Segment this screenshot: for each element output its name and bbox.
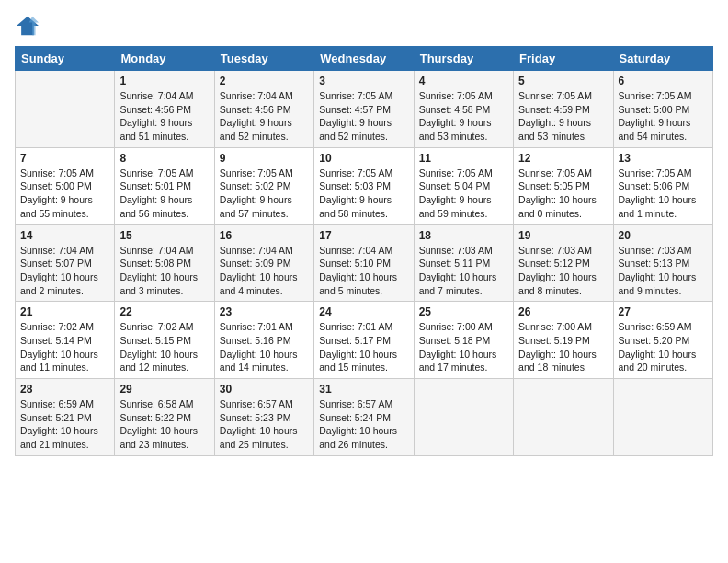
day-info: Sunrise: 7:00 AM Sunset: 5:18 PM Dayligh… xyxy=(419,320,508,374)
day-info: Sunrise: 7:05 AM Sunset: 5:06 PM Dayligh… xyxy=(619,167,708,221)
sunset-text: Sunset: 5:13 PM xyxy=(619,257,708,270)
daylight-text: Daylight: 10 hours and 2 minutes. xyxy=(20,270,109,297)
daylight-text: Daylight: 10 hours and 25 minutes. xyxy=(220,424,309,451)
calendar-cell: 5 Sunrise: 7:05 AM Sunset: 4:59 PM Dayli… xyxy=(514,71,613,148)
day-info: Sunrise: 7:00 AM Sunset: 5:19 PM Dayligh… xyxy=(518,320,608,374)
sunrise-text: Sunrise: 7:03 AM xyxy=(518,244,608,258)
sunset-text: Sunset: 4:59 PM xyxy=(518,103,608,117)
daylight-text: Daylight: 10 hours and 23 minutes. xyxy=(119,424,209,451)
sunrise-text: Sunrise: 7:00 AM xyxy=(518,320,608,334)
day-info: Sunrise: 7:05 AM Sunset: 4:57 PM Dayligh… xyxy=(319,89,408,144)
day-number: 13 xyxy=(619,152,708,165)
sunrise-text: Sunrise: 7:03 AM xyxy=(619,244,708,258)
day-info: Sunrise: 6:59 AM Sunset: 5:20 PM Dayligh… xyxy=(619,320,708,374)
sunset-text: Sunset: 5:01 PM xyxy=(119,179,209,193)
calendar-cell xyxy=(514,379,613,456)
calendar-cell: 16 Sunrise: 7:04 AM Sunset: 5:09 PM Dayl… xyxy=(214,224,313,302)
day-number: 3 xyxy=(319,75,408,87)
calendar-cell: 14 Sunrise: 7:04 AM Sunset: 5:07 PM Dayl… xyxy=(16,224,115,302)
sunrise-text: Sunrise: 7:05 AM xyxy=(319,89,408,103)
day-info: Sunrise: 7:04 AM Sunset: 4:56 PM Dayligh… xyxy=(119,89,209,144)
sunrise-text: Sunrise: 6:57 AM xyxy=(220,397,309,411)
sunset-text: Sunset: 5:22 PM xyxy=(119,411,209,425)
calendar-cell: 17 Sunrise: 7:04 AM Sunset: 5:10 PM Dayl… xyxy=(314,224,414,302)
sunrise-text: Sunrise: 7:05 AM xyxy=(419,89,508,103)
calendar-cell: 27 Sunrise: 6:59 AM Sunset: 5:20 PM Dayl… xyxy=(613,302,712,379)
day-info: Sunrise: 7:05 AM Sunset: 5:00 PM Dayligh… xyxy=(20,167,109,221)
calendar-cell: 30 Sunrise: 6:57 AM Sunset: 5:23 PM Dayl… xyxy=(214,379,313,456)
sunrise-text: Sunrise: 7:05 AM xyxy=(619,89,708,103)
calendar-cell: 8 Sunrise: 7:05 AM Sunset: 5:01 PM Dayli… xyxy=(115,147,214,224)
calendar-cell: 6 Sunrise: 7:05 AM Sunset: 5:00 PM Dayli… xyxy=(613,71,712,148)
calendar-cell: 19 Sunrise: 7:03 AM Sunset: 5:12 PM Dayl… xyxy=(514,224,613,302)
daylight-text: Daylight: 10 hours and 8 minutes. xyxy=(518,270,608,297)
day-info: Sunrise: 7:04 AM Sunset: 5:07 PM Dayligh… xyxy=(20,244,109,298)
calendar-week-4: 21 Sunrise: 7:02 AM Sunset: 5:14 PM Dayl… xyxy=(16,302,713,379)
calendar-cell: 23 Sunrise: 7:01 AM Sunset: 5:16 PM Dayl… xyxy=(214,302,313,379)
day-header-sunday: Sunday xyxy=(16,47,115,71)
daylight-text: Daylight: 10 hours and 14 minutes. xyxy=(220,348,309,374)
day-number: 22 xyxy=(119,305,209,318)
daylight-text: Daylight: 9 hours and 55 minutes. xyxy=(20,193,109,220)
day-number: 24 xyxy=(319,305,408,318)
daylight-text: Daylight: 9 hours and 53 minutes. xyxy=(518,116,608,143)
sunrise-text: Sunrise: 7:05 AM xyxy=(619,167,708,180)
sunset-text: Sunset: 5:03 PM xyxy=(319,179,408,193)
day-number: 30 xyxy=(220,383,309,396)
sunrise-text: Sunrise: 7:04 AM xyxy=(119,89,209,103)
day-info: Sunrise: 7:05 AM Sunset: 4:58 PM Dayligh… xyxy=(419,89,508,144)
calendar-cell: 12 Sunrise: 7:05 AM Sunset: 5:05 PM Dayl… xyxy=(514,147,613,224)
daylight-text: Daylight: 10 hours and 17 minutes. xyxy=(419,348,508,374)
sunset-text: Sunset: 5:10 PM xyxy=(319,257,408,270)
day-info: Sunrise: 7:03 AM Sunset: 5:12 PM Dayligh… xyxy=(518,244,608,298)
sunrise-text: Sunrise: 6:59 AM xyxy=(619,320,708,334)
daylight-text: Daylight: 9 hours and 53 minutes. xyxy=(419,116,508,143)
calendar-cell: 13 Sunrise: 7:05 AM Sunset: 5:06 PM Dayl… xyxy=(613,147,712,224)
sunrise-text: Sunrise: 6:57 AM xyxy=(319,397,408,411)
logo-icon xyxy=(15,15,40,37)
day-info: Sunrise: 7:05 AM Sunset: 5:04 PM Dayligh… xyxy=(419,167,508,221)
day-header-thursday: Thursday xyxy=(414,47,513,71)
daylight-text: Daylight: 10 hours and 20 minutes. xyxy=(619,348,708,374)
day-number: 2 xyxy=(220,75,309,87)
daylight-text: Daylight: 10 hours and 3 minutes. xyxy=(119,270,209,297)
sunset-text: Sunset: 5:16 PM xyxy=(220,334,309,348)
daylight-text: Daylight: 9 hours and 51 minutes. xyxy=(119,116,209,143)
calendar-week-2: 7 Sunrise: 7:05 AM Sunset: 5:00 PM Dayli… xyxy=(16,147,713,224)
header xyxy=(15,15,713,37)
sunset-text: Sunset: 5:23 PM xyxy=(220,411,309,425)
calendar-cell: 10 Sunrise: 7:05 AM Sunset: 5:03 PM Dayl… xyxy=(314,147,414,224)
day-info: Sunrise: 7:05 AM Sunset: 5:00 PM Dayligh… xyxy=(619,89,708,144)
day-number: 23 xyxy=(220,305,309,318)
daylight-text: Daylight: 10 hours and 9 minutes. xyxy=(619,270,708,297)
calendar-cell: 26 Sunrise: 7:00 AM Sunset: 5:19 PM Dayl… xyxy=(514,302,613,379)
sunset-text: Sunset: 5:21 PM xyxy=(20,411,109,425)
calendar-week-1: 1 Sunrise: 7:04 AM Sunset: 4:56 PM Dayli… xyxy=(16,71,713,148)
day-number: 19 xyxy=(518,229,608,242)
day-number: 11 xyxy=(419,152,508,165)
calendar-cell: 22 Sunrise: 7:02 AM Sunset: 5:15 PM Dayl… xyxy=(115,302,214,379)
day-info: Sunrise: 7:01 AM Sunset: 5:16 PM Dayligh… xyxy=(220,320,309,374)
day-number: 21 xyxy=(20,305,109,318)
sunrise-text: Sunrise: 7:02 AM xyxy=(20,320,109,334)
daylight-text: Daylight: 9 hours and 52 minutes. xyxy=(319,116,408,143)
day-info: Sunrise: 6:59 AM Sunset: 5:21 PM Dayligh… xyxy=(20,397,109,452)
calendar-cell: 9 Sunrise: 7:05 AM Sunset: 5:02 PM Dayli… xyxy=(214,147,313,224)
day-header-friday: Friday xyxy=(514,47,613,71)
calendar-week-3: 14 Sunrise: 7:04 AM Sunset: 5:07 PM Dayl… xyxy=(16,224,713,302)
day-info: Sunrise: 7:03 AM Sunset: 5:11 PM Dayligh… xyxy=(419,244,508,298)
day-number: 28 xyxy=(20,383,109,396)
sunset-text: Sunset: 5:00 PM xyxy=(619,103,708,117)
sunset-text: Sunset: 5:20 PM xyxy=(619,334,708,348)
day-number: 31 xyxy=(319,383,408,396)
calendar-cell: 20 Sunrise: 7:03 AM Sunset: 5:13 PM Dayl… xyxy=(613,224,712,302)
sunset-text: Sunset: 5:14 PM xyxy=(20,334,109,348)
daylight-text: Daylight: 10 hours and 26 minutes. xyxy=(319,424,408,451)
daylight-text: Daylight: 10 hours and 12 minutes. xyxy=(119,348,209,374)
day-number: 14 xyxy=(20,229,109,242)
sunset-text: Sunset: 5:02 PM xyxy=(220,179,309,193)
day-number: 5 xyxy=(518,75,608,87)
calendar-cell: 3 Sunrise: 7:05 AM Sunset: 4:57 PM Dayli… xyxy=(314,71,414,148)
sunset-text: Sunset: 5:18 PM xyxy=(419,334,508,348)
calendar-cell: 18 Sunrise: 7:03 AM Sunset: 5:11 PM Dayl… xyxy=(414,224,513,302)
